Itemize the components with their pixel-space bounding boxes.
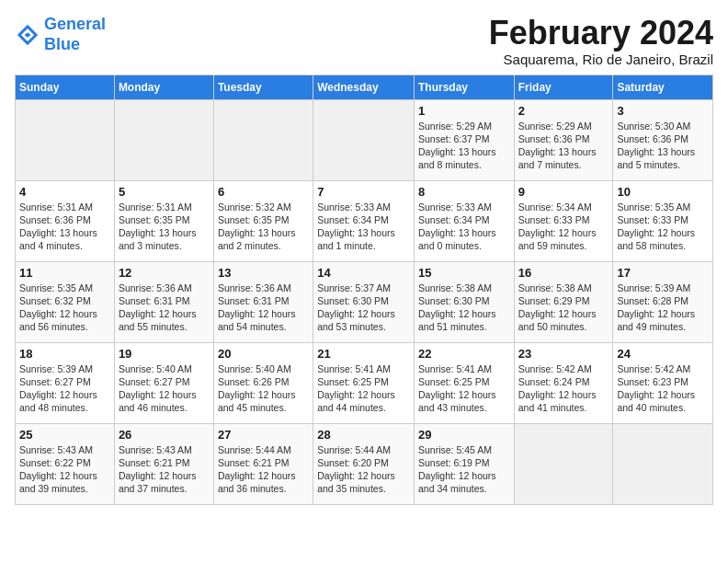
day-number: 15 <box>418 266 510 280</box>
cell-info: Sunrise: 5:44 AM Sunset: 6:21 PM Dayligh… <box>218 443 309 496</box>
day-number: 3 <box>617 104 709 118</box>
calendar-cell: 18Sunrise: 5:39 AM Sunset: 6:27 PM Dayli… <box>16 342 115 423</box>
day-number: 12 <box>119 266 210 280</box>
weekday-header-monday: Monday <box>114 75 213 99</box>
calendar-cell <box>514 423 613 504</box>
page-header: General Blue February 2024 Saquarema, Ri… <box>15 15 713 67</box>
cell-info: Sunrise: 5:31 AM Sunset: 6:36 PM Dayligh… <box>19 201 110 253</box>
calendar-cell: 6Sunrise: 5:32 AM Sunset: 6:35 PM Daylig… <box>213 180 313 261</box>
cell-info: Sunrise: 5:33 AM Sunset: 6:34 PM Dayligh… <box>418 201 510 253</box>
day-number: 22 <box>418 347 510 361</box>
calendar-week-2: 4Sunrise: 5:31 AM Sunset: 6:36 PM Daylig… <box>16 180 713 261</box>
calendar-cell: 19Sunrise: 5:40 AM Sunset: 6:27 PM Dayli… <box>114 342 213 423</box>
calendar-cell: 22Sunrise: 5:41 AM Sunset: 6:25 PM Dayli… <box>414 342 514 423</box>
day-number: 14 <box>317 266 410 280</box>
cell-info: Sunrise: 5:42 AM Sunset: 6:24 PM Dayligh… <box>518 362 609 415</box>
calendar-cell: 27Sunrise: 5:44 AM Sunset: 6:21 PM Dayli… <box>213 423 313 504</box>
day-number: 8 <box>418 185 510 199</box>
cell-info: Sunrise: 5:31 AM Sunset: 6:35 PM Dayligh… <box>119 201 210 253</box>
cell-info: Sunrise: 5:33 AM Sunset: 6:34 PM Dayligh… <box>317 201 410 253</box>
month-year: February 2024 <box>489 15 713 52</box>
title-block: February 2024 Saquarema, Rio de Janeiro,… <box>489 15 713 67</box>
calendar-cell: 5Sunrise: 5:31 AM Sunset: 6:35 PM Daylig… <box>114 180 213 261</box>
calendar-cell <box>114 99 213 180</box>
day-number: 29 <box>418 428 510 442</box>
calendar-cell: 29Sunrise: 5:45 AM Sunset: 6:19 PM Dayli… <box>414 423 514 504</box>
cell-info: Sunrise: 5:39 AM Sunset: 6:27 PM Dayligh… <box>19 362 110 415</box>
calendar-cell: 3Sunrise: 5:30 AM Sunset: 6:36 PM Daylig… <box>613 99 713 180</box>
day-number: 26 <box>119 428 210 442</box>
cell-info: Sunrise: 5:40 AM Sunset: 6:26 PM Dayligh… <box>218 362 309 415</box>
cell-info: Sunrise: 5:34 AM Sunset: 6:33 PM Dayligh… <box>518 201 609 253</box>
day-number: 7 <box>317 185 410 199</box>
day-number: 23 <box>518 347 609 361</box>
cell-info: Sunrise: 5:38 AM Sunset: 6:30 PM Dayligh… <box>418 282 510 334</box>
calendar-cell: 4Sunrise: 5:31 AM Sunset: 6:36 PM Daylig… <box>16 180 115 261</box>
calendar-cell: 2Sunrise: 5:29 AM Sunset: 6:36 PM Daylig… <box>514 99 613 180</box>
calendar-week-5: 25Sunrise: 5:43 AM Sunset: 6:22 PM Dayli… <box>16 423 713 504</box>
calendar-cell: 24Sunrise: 5:42 AM Sunset: 6:23 PM Dayli… <box>613 342 713 423</box>
day-number: 4 <box>19 185 110 199</box>
day-number: 20 <box>218 347 309 361</box>
cell-info: Sunrise: 5:37 AM Sunset: 6:30 PM Dayligh… <box>317 282 410 334</box>
logo-icon <box>15 22 40 48</box>
day-number: 18 <box>19 347 110 361</box>
day-number: 19 <box>119 347 210 361</box>
day-number: 5 <box>119 185 210 199</box>
weekday-header-saturday: Saturday <box>613 75 713 99</box>
weekday-header-wednesday: Wednesday <box>313 75 415 99</box>
logo-text: General Blue <box>44 15 106 54</box>
cell-info: Sunrise: 5:44 AM Sunset: 6:20 PM Dayligh… <box>317 443 410 496</box>
location: Saquarema, Rio de Janeiro, Brazil <box>489 52 713 67</box>
cell-info: Sunrise: 5:38 AM Sunset: 6:29 PM Dayligh… <box>518 282 609 334</box>
day-number: 27 <box>218 428 309 442</box>
day-number: 11 <box>19 266 110 280</box>
calendar-cell: 20Sunrise: 5:40 AM Sunset: 6:26 PM Dayli… <box>213 342 313 423</box>
day-number: 16 <box>518 266 609 280</box>
cell-info: Sunrise: 5:39 AM Sunset: 6:28 PM Dayligh… <box>617 282 709 334</box>
calendar-cell: 16Sunrise: 5:38 AM Sunset: 6:29 PM Dayli… <box>514 261 613 342</box>
calendar-week-1: 1Sunrise: 5:29 AM Sunset: 6:37 PM Daylig… <box>16 99 713 180</box>
cell-info: Sunrise: 5:45 AM Sunset: 6:19 PM Dayligh… <box>418 443 510 496</box>
calendar-cell: 28Sunrise: 5:44 AM Sunset: 6:20 PM Dayli… <box>313 423 415 504</box>
calendar-cell: 9Sunrise: 5:34 AM Sunset: 6:33 PM Daylig… <box>514 180 613 261</box>
calendar-cell <box>313 99 415 180</box>
logo: General Blue <box>15 15 106 54</box>
cell-info: Sunrise: 5:30 AM Sunset: 6:36 PM Dayligh… <box>617 120 709 172</box>
cell-info: Sunrise: 5:42 AM Sunset: 6:23 PM Dayligh… <box>617 362 709 415</box>
calendar-cell <box>16 99 115 180</box>
calendar-cell <box>213 99 313 180</box>
cell-info: Sunrise: 5:43 AM Sunset: 6:21 PM Dayligh… <box>119 443 210 496</box>
weekday-header-row: SundayMondayTuesdayWednesdayThursdayFrid… <box>16 75 713 99</box>
logo-line2: Blue <box>44 35 80 53</box>
day-number: 13 <box>218 266 309 280</box>
cell-info: Sunrise: 5:41 AM Sunset: 6:25 PM Dayligh… <box>317 362 410 415</box>
calendar-cell: 23Sunrise: 5:42 AM Sunset: 6:24 PM Dayli… <box>514 342 613 423</box>
day-number: 28 <box>317 428 410 442</box>
day-number: 21 <box>317 347 410 361</box>
day-number: 25 <box>19 428 110 442</box>
calendar-cell: 15Sunrise: 5:38 AM Sunset: 6:30 PM Dayli… <box>414 261 514 342</box>
day-number: 2 <box>518 104 609 118</box>
weekday-header-friday: Friday <box>514 75 613 99</box>
day-number: 10 <box>617 185 709 199</box>
calendar-cell: 25Sunrise: 5:43 AM Sunset: 6:22 PM Dayli… <box>16 423 115 504</box>
calendar-cell: 14Sunrise: 5:37 AM Sunset: 6:30 PM Dayli… <box>313 261 415 342</box>
calendar-week-4: 18Sunrise: 5:39 AM Sunset: 6:27 PM Dayli… <box>16 342 713 423</box>
cell-info: Sunrise: 5:41 AM Sunset: 6:25 PM Dayligh… <box>418 362 510 415</box>
calendar-cell: 11Sunrise: 5:35 AM Sunset: 6:32 PM Dayli… <box>16 261 115 342</box>
weekday-header-sunday: Sunday <box>16 75 115 99</box>
calendar-cell: 8Sunrise: 5:33 AM Sunset: 6:34 PM Daylig… <box>414 180 514 261</box>
day-number: 6 <box>218 185 309 199</box>
weekday-header-tuesday: Tuesday <box>213 75 313 99</box>
day-number: 1 <box>418 104 510 118</box>
calendar-cell: 1Sunrise: 5:29 AM Sunset: 6:37 PM Daylig… <box>414 99 514 180</box>
cell-info: Sunrise: 5:29 AM Sunset: 6:36 PM Dayligh… <box>518 120 609 172</box>
calendar-cell: 7Sunrise: 5:33 AM Sunset: 6:34 PM Daylig… <box>313 180 415 261</box>
cell-info: Sunrise: 5:43 AM Sunset: 6:22 PM Dayligh… <box>19 443 110 496</box>
calendar-cell: 12Sunrise: 5:36 AM Sunset: 6:31 PM Dayli… <box>114 261 213 342</box>
cell-info: Sunrise: 5:36 AM Sunset: 6:31 PM Dayligh… <box>119 282 210 334</box>
cell-info: Sunrise: 5:36 AM Sunset: 6:31 PM Dayligh… <box>218 282 309 334</box>
calendar-table: SundayMondayTuesdayWednesdayThursdayFrid… <box>15 75 713 505</box>
day-number: 9 <box>518 185 609 199</box>
